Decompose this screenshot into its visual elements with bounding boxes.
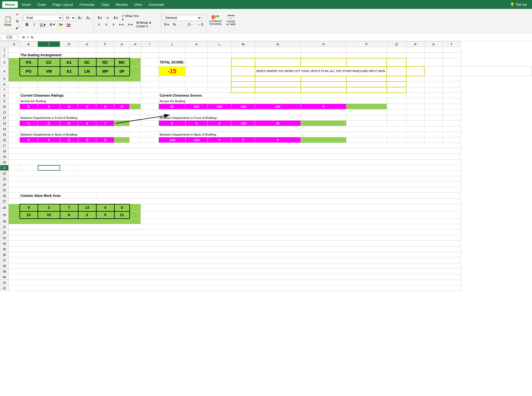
decrease-decimal-button[interactable]: ←.0 — [196, 21, 205, 28]
cell-j13[interactable]: 0 — [159, 121, 186, 126]
comma-button[interactable]: , — [178, 21, 185, 28]
cell-f29[interactable]: 5 — [96, 211, 114, 219]
cell-b7[interactable] — [20, 87, 38, 93]
cell-f16[interactable]: U — [96, 137, 114, 143]
cell-l13[interactable]: 0 — [208, 121, 231, 126]
cell-i10[interactable] — [141, 104, 159, 109]
cell-a28[interactable] — [9, 204, 20, 211]
italic-button[interactable]: I — [31, 21, 38, 28]
cell-a14[interactable] — [9, 126, 20, 132]
cell-c4[interactable]: VM — [38, 67, 60, 76]
cell-p6[interactable] — [346, 82, 387, 87]
cell-t11[interactable] — [442, 109, 460, 115]
cell-k7[interactable] — [185, 87, 208, 93]
cell-p4[interactable] — [387, 67, 406, 76]
cell-b5[interactable] — [20, 76, 38, 82]
cell-t10[interactable] — [442, 104, 460, 109]
cell-m7[interactable] — [231, 87, 255, 93]
cell-f9[interactable] — [96, 98, 114, 104]
cell-a12[interactable] — [9, 115, 20, 121]
align-top-button[interactable]: ⬆≡ — [96, 15, 104, 21]
cell-m5[interactable] — [231, 76, 255, 82]
cell-m2[interactable] — [231, 53, 255, 58]
cell-c21[interactable] — [38, 165, 60, 171]
cell-o6[interactable] — [301, 82, 346, 87]
cell-rest-23[interactable] — [9, 176, 461, 182]
col-header-l[interactable]: L — [208, 41, 231, 47]
cell-o10[interactable]: 0 — [301, 104, 346, 109]
cell-e28[interactable]: 13 — [78, 204, 96, 211]
menu-formulas[interactable]: Formulas — [77, 1, 97, 8]
cell-k13[interactable]: 5 — [185, 121, 208, 126]
col-header-t[interactable]: T — [442, 41, 460, 47]
cell-rest-22[interactable] — [9, 171, 461, 176]
cell-j16[interactable]: -100 — [159, 137, 186, 143]
cell-d7[interactable] — [60, 87, 78, 93]
cell-i9[interactable] — [141, 98, 159, 104]
cell-g9[interactable] — [114, 98, 130, 104]
cell-q6[interactable] — [387, 82, 406, 87]
cell-g12[interactable] — [114, 115, 130, 121]
menu-data[interactable]: Data — [98, 1, 112, 8]
cell-s15[interactable] — [424, 132, 442, 137]
cell-h28[interactable] — [130, 204, 141, 211]
cell-c28[interactable]: 3 — [38, 204, 60, 211]
cell-q5[interactable] — [387, 76, 406, 82]
cell-b3[interactable]: FO — [20, 58, 38, 67]
cell-k4[interactable] — [185, 67, 208, 76]
cell-t6[interactable] — [442, 82, 460, 87]
col-header-g[interactable]: G — [114, 41, 130, 47]
cell-s1[interactable] — [424, 47, 442, 53]
cell-rest-25[interactable] — [9, 187, 461, 193]
cell-h3[interactable] — [130, 58, 141, 67]
cell-j5[interactable] — [159, 76, 186, 82]
menu-review[interactable]: Review — [113, 1, 130, 8]
cell-t8[interactable] — [442, 93, 460, 98]
align-bottom-button[interactable]: ⬇≡ — [112, 15, 120, 21]
cell-rest-24[interactable] — [9, 182, 461, 187]
cell-l3[interactable] — [208, 58, 231, 67]
format-as-table-button[interactable]: Formatas Table — [224, 11, 238, 30]
cell-r6[interactable] — [406, 82, 424, 87]
cell-i2[interactable] — [141, 53, 159, 58]
cell-k6[interactable] — [185, 82, 208, 87]
cell-g1[interactable] — [114, 47, 130, 53]
cell-rest-32[interactable] — [9, 230, 461, 235]
cell-o13[interactable] — [301, 121, 346, 126]
cell-p7[interactable] — [346, 87, 387, 93]
cell-h11[interactable] — [130, 109, 141, 115]
cell-q15[interactable] — [387, 132, 406, 137]
cell-t13[interactable] — [442, 121, 460, 126]
cell-h1[interactable] — [130, 47, 141, 53]
cell-s6[interactable] — [424, 82, 442, 87]
cell-h10[interactable] — [130, 104, 141, 109]
cut-button[interactable]: ✂ — [14, 11, 21, 18]
cell-r1[interactable] — [406, 47, 424, 53]
cell-d6[interactable] — [60, 82, 78, 87]
cell-n9[interactable] — [255, 98, 301, 104]
col-header-i[interactable]: I — [141, 41, 159, 47]
cell-rest-14[interactable] — [20, 126, 461, 132]
cell-p11[interactable] — [346, 109, 387, 115]
cell-g3[interactable]: MC — [114, 58, 130, 67]
col-header-b[interactable]: B — [20, 41, 38, 47]
cell-d4[interactable]: A2 — [60, 67, 78, 76]
cell-i12[interactable] — [141, 115, 159, 121]
cell-f10[interactable]: A — [96, 104, 114, 109]
cell-j4[interactable]: -15 — [159, 67, 186, 76]
cell-n5[interactable] — [255, 76, 301, 82]
cell-j6[interactable] — [159, 82, 186, 87]
cell-i1[interactable] — [141, 47, 159, 53]
cell-c10[interactable]: A — [38, 104, 60, 109]
cell-i6[interactable] — [141, 82, 159, 87]
col-header-m[interactable]: M — [231, 41, 255, 47]
cell-q13[interactable] — [387, 121, 406, 126]
cell-g16[interactable] — [114, 137, 130, 143]
cell-k2[interactable] — [185, 53, 208, 58]
cell-k11[interactable] — [185, 109, 208, 115]
cell-i8[interactable] — [141, 93, 159, 98]
menu-tell[interactable]: 💡 Tell me — [507, 1, 530, 8]
increase-font-button[interactable]: A↑ — [76, 15, 84, 21]
align-middle-button[interactable]: ≡ — [104, 15, 111, 21]
cell-d21[interactable] — [60, 165, 78, 171]
